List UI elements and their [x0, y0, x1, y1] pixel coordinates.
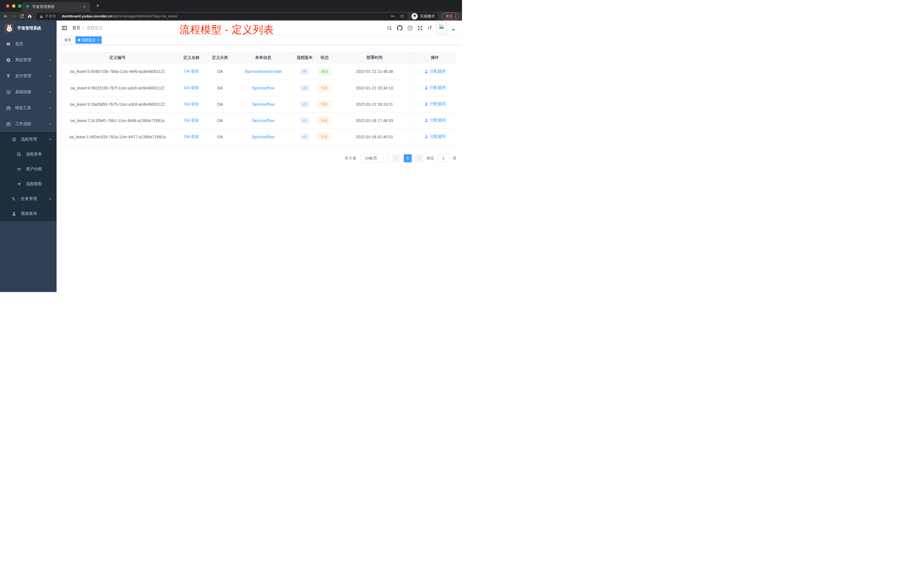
next-page-button[interactable] [415, 154, 423, 162]
sidebar-item-system[interactable]: 系统管理 [0, 52, 56, 68]
goto-page-input[interactable] [437, 154, 449, 162]
version-badge[interactable]: v2 [300, 117, 309, 124]
help-icon[interactable]: ? [407, 25, 413, 31]
col-header-version: 流程版本 [296, 52, 313, 63]
page-number-1[interactable]: 1 [404, 154, 412, 162]
page-size-value: 10条/页 [365, 156, 377, 161]
version-badge[interactable]: v4 [300, 85, 309, 91]
window-minimize-button[interactable] [12, 4, 15, 8]
breadcrumb-home[interactable]: 首页 [72, 25, 80, 31]
user-icon [424, 118, 428, 122]
definition-name-link[interactable]: OA 请假 [184, 134, 198, 139]
form-link[interactable]: /bpm/oa/flow [252, 118, 274, 123]
update-button[interactable]: 更新 [442, 13, 459, 20]
definition-name-link[interactable]: OA 请假 [184, 118, 198, 122]
definition-id: oa_leave:4:991f2193-7b7f-11ec-a3c8-acde4… [62, 80, 173, 96]
definition-category: OA [210, 96, 230, 112]
col-header-category: 定义分类 [210, 52, 230, 63]
chevron-down-icon [49, 197, 52, 201]
status-badge: 挂起 [318, 84, 331, 92]
definition-category: OA [210, 129, 230, 145]
sidebar-item-home[interactable]: 首页 [0, 36, 56, 52]
sidebar-item-process-form[interactable]: 流程表单 [0, 147, 56, 162]
version-badge[interactable]: v3 [300, 101, 309, 107]
avatar-dropdown-caret[interactable] [452, 29, 455, 31]
definition-id: oa_leave:5:004b710b-7b8a-11ec-8ef0-acde4… [62, 63, 173, 80]
gear-icon [6, 58, 11, 63]
window-controls [6, 4, 21, 8]
window-zoom-button[interactable] [18, 4, 21, 8]
address-bar[interactable]: 不安全 dashboard.yudao.iocoder.cn/bpm/manag… [36, 13, 408, 20]
fullscreen-icon[interactable] [417, 25, 423, 31]
sidebar-fold-icon[interactable] [62, 25, 67, 31]
bookmark-star-icon[interactable] [400, 14, 404, 18]
assign-rule-button[interactable]: 分配规则 [424, 101, 446, 107]
tag-close-icon[interactable]: × [97, 38, 99, 42]
col-header-status: 状态 [313, 52, 336, 63]
security-label: 不安全 [45, 14, 56, 19]
sidebar-logo[interactable]: 芋道管理系统 [0, 21, 56, 36]
update-label: 更新 [446, 14, 453, 19]
sidebar-item-devtools[interactable]: 研发工具 [0, 100, 56, 116]
page-size-select[interactable]: 10条/页 [360, 154, 389, 162]
goto-unit: 页 [453, 156, 457, 161]
active-dot [78, 39, 80, 41]
tag-process-definition[interactable]: 流程定义 × [76, 36, 102, 44]
sidebar-item-workflow[interactable]: 工作流程 [0, 116, 56, 132]
definition-name-link[interactable]: OA 请假 [184, 86, 198, 90]
avatar[interactable] [437, 22, 447, 34]
url-path: /bpm/manager/definition?key=oa_leave [112, 14, 177, 18]
definition-name-link[interactable]: OA 请假 [184, 69, 198, 73]
sidebar-item-process-model[interactable]: 流程模型 [0, 177, 56, 191]
sidebar-item-payment[interactable]: ¥ 支付管理 [0, 68, 56, 84]
version-badge[interactable]: v5 [300, 68, 309, 74]
version-badge[interactable]: v1 [300, 134, 309, 140]
search-icon[interactable] [387, 25, 392, 31]
status-badge: 挂起 [318, 133, 331, 140]
forward-button[interactable] [10, 13, 17, 20]
form-link[interactable]: /bpm/oa/leave/create [244, 69, 282, 74]
definition-category: OA [210, 63, 230, 80]
form-link[interactable]: /bpm/oa/flow [252, 86, 274, 90]
password-key-icon[interactable] [390, 14, 395, 18]
form-link[interactable]: /bpm/oa/flow [252, 135, 274, 139]
svg-text:?: ? [409, 26, 411, 30]
sidebar-item-infrastructure[interactable]: 基础设施 [0, 84, 56, 100]
form-link[interactable]: /bpm/oa/flow [252, 102, 274, 107]
tab-title: 芋道管理系统 [32, 4, 82, 10]
sidebar-item-label: 任务管理 [21, 196, 37, 201]
window-close-button[interactable] [6, 4, 10, 8]
prev-page-button[interactable] [392, 154, 400, 162]
font-size-icon[interactable]: TT [427, 26, 432, 30]
assign-rule-button[interactable]: 分配规则 [424, 118, 446, 123]
sidebar-item-label: 流程管理 [21, 137, 37, 142]
new-tab-button[interactable]: + [94, 2, 101, 9]
col-header-actions: 操作 [413, 52, 457, 63]
sidebar-item-task-management[interactable]: 任务管理 [0, 191, 56, 206]
definition-name-link[interactable]: OA 请假 [184, 102, 198, 106]
sidebar-item-process-management[interactable]: 流程管理 [0, 132, 56, 147]
yen-icon: ¥ [6, 73, 11, 79]
col-header-id: 定义编号 [62, 52, 173, 63]
back-button[interactable] [2, 13, 9, 20]
user-icon [424, 69, 428, 73]
browser-tab[interactable]: 芋道管理系统 ✕ [22, 2, 90, 12]
pagination-total: 共 5 条 [345, 156, 356, 161]
browser-menu-icon[interactable] [455, 14, 456, 18]
reload-button[interactable] [18, 13, 25, 20]
definition-id: oa_leave:2:3c1f0ef1-76b1-11ec-9c66-a2380… [62, 112, 173, 129]
page-content: 定义编号 定义名称 定义分类 表单信息 流程版本 状态 部署时间 操作 oa_l… [56, 45, 462, 162]
dashboard-icon [6, 42, 11, 46]
assign-rule-button[interactable]: 分配规则 [424, 69, 446, 74]
home-button[interactable] [26, 13, 33, 20]
tag-home[interactable]: 首页 [62, 36, 74, 44]
table-row: oa_leave:5:004b710b-7b8a-11ec-8ef0-acde4… [62, 63, 457, 80]
assign-rule-button[interactable]: 分配规则 [424, 85, 446, 90]
tab-close-icon[interactable]: ✕ [82, 4, 87, 10]
goto-label: 前往 [427, 156, 434, 161]
paper-plane-icon [16, 182, 22, 186]
assign-rule-button[interactable]: 分配规则 [424, 134, 446, 139]
sidebar-item-user-group[interactable]: 用户分组 [0, 162, 56, 177]
sidebar-item-leave-query[interactable]: 请假查询 [0, 206, 56, 221]
github-icon[interactable] [397, 25, 403, 31]
